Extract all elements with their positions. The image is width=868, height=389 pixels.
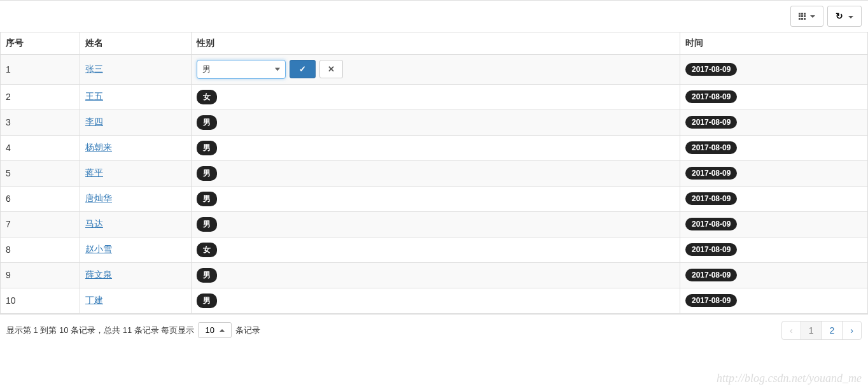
cell-date: 2017-08-09 [680,211,868,237]
cell-name: 李四 [80,110,192,135]
export-icon: ↻ [836,11,843,21]
name-link[interactable]: 赵小雪 [85,244,112,254]
cell-date: 2017-08-09 [680,135,868,160]
cell-index: 10 [1,288,80,313]
cell-gender[interactable]: 男 [192,110,680,135]
name-link[interactable]: 马达 [85,218,103,229]
info-suffix: 条记录 [235,325,260,336]
table-row: 5蒋平男2017-08-09 [1,160,868,186]
header-name[interactable]: 姓名 [80,32,192,54]
chevron-down-icon [275,67,280,71]
confirm-button[interactable] [290,60,316,78]
close-icon [328,64,335,74]
check-icon [299,64,306,74]
cell-index: 5 [1,160,80,186]
pagination-next[interactable]: › [842,321,862,340]
cell-name: 薛文泉 [80,262,192,288]
cell-name: 马达 [80,211,192,237]
pagination-page-1[interactable]: 1 [801,321,822,340]
date-badge: 2017-08-09 [685,141,737,154]
table-toolbar: ↻ [0,0,868,32]
gender-badge: 女 [197,243,217,257]
cell-gender[interactable]: 男 [192,54,680,84]
cell-name: 张三 [80,54,192,84]
cell-index: 7 [1,211,80,237]
cell-gender[interactable]: 男 [192,211,680,237]
cell-index: 4 [1,135,80,160]
date-badge: 2017-08-09 [685,269,737,281]
header-gender[interactable]: 性别 [192,32,680,54]
cell-name: 丁建 [80,288,192,313]
cell-gender[interactable]: 男 [192,288,680,313]
cancel-button[interactable] [319,60,343,78]
name-link[interactable]: 张三 [85,64,103,74]
cell-name: 蒋平 [80,160,192,186]
table-row: 1张三男2017-08-09 [1,54,868,84]
cell-gender[interactable]: 男 [192,135,680,160]
table-header-row: 序号 姓名 性别 时间 [1,32,868,54]
cell-gender[interactable]: 男 [192,186,680,211]
cell-date: 2017-08-09 [680,186,868,211]
cell-date: 2017-08-09 [680,110,868,135]
chevron-down-icon [810,15,815,18]
cell-date: 2017-08-09 [680,54,868,84]
table-row: 4杨朝来男2017-08-09 [1,135,868,160]
gender-badge: 男 [197,268,217,283]
date-badge: 2017-08-09 [685,243,737,256]
date-badge: 2017-08-09 [685,218,737,230]
name-link[interactable]: 李四 [85,117,103,127]
cell-index: 8 [1,237,80,262]
chevron-up-icon [220,329,225,332]
header-date[interactable]: 时间 [680,32,868,54]
date-badge: 2017-08-09 [685,192,737,205]
gender-badge: 男 [197,192,217,206]
gender-badge: 女 [197,90,217,104]
header-index[interactable]: 序号 [1,32,80,54]
cell-gender[interactable]: 女 [192,84,680,110]
page-size-selector[interactable]: 10 [198,322,231,338]
grid-icon [799,13,806,20]
name-link[interactable]: 薛文泉 [85,269,112,279]
name-link[interactable]: 蒋平 [85,167,103,178]
info-prefix: 显示第 1 到第 10 条记录，总共 11 条记录 每页显示 [6,325,194,336]
data-table: 序号 姓名 性别 时间 1张三男2017-08-092王五女2017-08-09… [0,32,868,314]
gender-badge: 男 [197,115,217,130]
gender-badge: 男 [197,141,217,155]
name-link[interactable]: 丁建 [85,295,103,305]
export-button[interactable]: ↻ [827,6,862,27]
date-badge: 2017-08-09 [685,294,737,307]
table-footer: 显示第 1 到第 10 条记录，总共 11 条记录 每页显示 10 条记录 ‹ … [0,314,868,346]
gender-badge: 男 [197,166,217,181]
cell-name: 唐灿华 [80,186,192,211]
cell-gender[interactable]: 女 [192,237,680,262]
table-row: 7马达男2017-08-09 [1,211,868,237]
gender-badge: 男 [197,294,217,308]
cell-date: 2017-08-09 [680,237,868,262]
cell-date: 2017-08-09 [680,84,868,110]
cell-name: 杨朝来 [80,135,192,160]
cell-index: 6 [1,186,80,211]
cell-date: 2017-08-09 [680,160,868,186]
table-row: 9薛文泉男2017-08-09 [1,262,868,288]
pagination-page-2[interactable]: 2 [822,321,843,340]
name-link[interactable]: 王五 [85,91,103,101]
chevron-down-icon [848,16,853,18]
table-row: 8赵小雪女2017-08-09 [1,237,868,262]
name-link[interactable]: 唐灿华 [85,193,112,203]
cell-index: 2 [1,84,80,110]
date-badge: 2017-08-09 [685,63,737,76]
cell-index: 3 [1,110,80,135]
cell-index: 9 [1,262,80,288]
cell-name: 赵小雪 [80,237,192,262]
cell-name: 王五 [80,84,192,110]
pagination-prev[interactable]: ‹ [781,321,801,340]
gender-badge: 男 [197,217,217,232]
cell-gender[interactable]: 男 [192,262,680,288]
columns-toggle-button[interactable] [790,6,824,27]
date-badge: 2017-08-09 [685,167,737,180]
cell-gender[interactable]: 男 [192,160,680,186]
name-link[interactable]: 杨朝来 [85,142,112,152]
date-badge: 2017-08-09 [685,116,737,129]
cell-date: 2017-08-09 [680,262,868,288]
gender-select[interactable]: 男 [197,60,286,79]
